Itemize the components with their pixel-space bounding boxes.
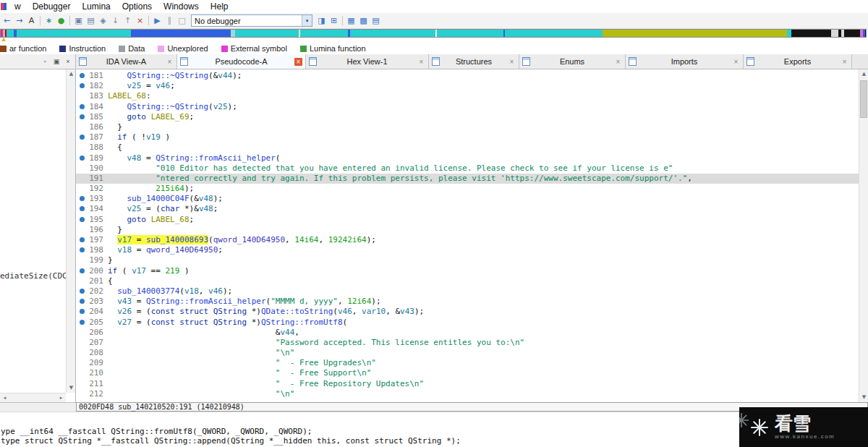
tab-close-icon[interactable]: × <box>166 58 174 66</box>
code-token: 215i64 <box>156 184 184 193</box>
panel-restore-icon[interactable]: ▫ <box>40 56 50 67</box>
code-line-189[interactable]: 189 v48 = QString::fromAscii_helper( <box>76 153 868 163</box>
windows-list-icon[interactable]: ▣ <box>72 15 85 27</box>
tab-structures[interactable]: Structures× <box>429 54 519 69</box>
code-line-188[interactable]: 188 { <box>76 142 868 153</box>
cancel-icon[interactable]: × <box>134 15 146 27</box>
code-line-195[interactable]: 195 goto LABEL_68; <box>76 215 868 225</box>
code-line-191[interactable]: 191 "ntered correctly and try again. If … <box>76 174 868 184</box>
scroll-down-icon[interactable]: ▼ <box>67 383 76 393</box>
panel-maximize-icon[interactable]: ▣ <box>51 56 61 67</box>
tab-enums[interactable]: Enums× <box>519 54 626 69</box>
code-line-200[interactable]: 200if ( v17 == 219 ) <box>76 266 868 276</box>
text-view-icon[interactable]: A <box>25 15 38 27</box>
toolbar-items: ←→A∗●▣▤◈↓↑×▶∥□No debugger▾◨⊞▦▩▤ <box>1 14 382 27</box>
scroll-left-icon[interactable]: ◂ <box>0 393 9 402</box>
scroll-right-icon[interactable]: ▸ <box>56 393 66 402</box>
output-window[interactable]: ype __int64 __fastcall QString::fromUtf8… <box>0 412 868 447</box>
left-panel-item[interactable]: ediateSize(CDC * <box>0 271 76 281</box>
stop-process-icon[interactable]: □ <box>176 15 188 27</box>
pause-process-icon[interactable]: ∥ <box>163 15 176 27</box>
code-line-181[interactable]: 181 QString::~QString(&v44); <box>76 71 868 81</box>
code-line-211[interactable]: 211 " - Free Repository Updates\n" <box>76 379 868 389</box>
code-line-192[interactable]: 192 215i64); <box>76 184 868 194</box>
menu-item-w[interactable]: w <box>9 1 27 12</box>
patch-icon[interactable]: ∗ <box>43 15 55 27</box>
tab-exports[interactable]: Exports× <box>744 54 852 69</box>
pseudocode-view[interactable]: 181 QString::~QString(&v44);182 v25 = v4… <box>76 69 868 402</box>
record-icon[interactable]: ● <box>55 15 67 27</box>
breakpoints-icon[interactable]: ▦ <box>345 15 357 27</box>
start-process-icon[interactable]: ▶ <box>151 15 163 27</box>
left-panel-hscrollbar[interactable]: ◂ ▸ <box>0 393 66 402</box>
tab-close-icon[interactable]: × <box>417 58 425 66</box>
tab-pseudocode-a[interactable]: Pseudocode-A× <box>177 54 306 69</box>
tab-close-icon[interactable]: × <box>614 58 622 66</box>
code-line-208[interactable]: 208 "\n" <box>76 348 868 358</box>
code-line-193[interactable]: 193 sub_14000C04F(&v48); <box>76 194 868 204</box>
code-line-207[interactable]: 207 "Password accepted. This license ent… <box>76 338 868 348</box>
navigation-band[interactable] <box>0 29 867 38</box>
scrollbar-thumb[interactable] <box>860 80 867 118</box>
step-over-icon[interactable]: ⊞ <box>328 15 340 27</box>
line-number: 181 <box>76 71 108 81</box>
legend-label: Unexplored <box>167 44 208 53</box>
panel-close-icon[interactable]: × <box>63 56 73 67</box>
code-line-199[interactable]: 199} <box>76 255 868 265</box>
jump-down-icon[interactable]: ↓ <box>109 15 122 27</box>
legend-item-ar-function: ar function <box>0 44 46 53</box>
menu-item-lumina[interactable]: Lumina <box>76 1 116 12</box>
scroll-down-icon[interactable]: ▼ <box>859 393 868 402</box>
step-into-icon[interactable]: ◨ <box>315 15 328 27</box>
code-line-197[interactable]: 197 v17 = sub_140008693(qword_140D64950,… <box>76 235 868 245</box>
left-panel-vscrollbar[interactable]: ▲ ▼ <box>66 69 75 393</box>
code-line-196[interactable]: 196 } <box>76 225 868 235</box>
code-line-201[interactable]: 201{ <box>76 276 868 286</box>
tab-imports[interactable]: Imports× <box>626 54 744 69</box>
jump-up-icon[interactable]: ↑ <box>122 15 134 27</box>
names-icon[interactable]: ◈ <box>97 15 109 27</box>
segments-icon[interactable]: ▤ <box>85 15 97 27</box>
code-line-204[interactable]: 204 v26 = (const struct QString *)QDate:… <box>76 307 868 317</box>
code-line-212[interactable]: 212 "\n" <box>76 389 868 399</box>
code-line-182[interactable]: 182 v25 = v46; <box>76 81 868 91</box>
code-line-203[interactable]: 203 v43 = QString::fromAscii_helper("MMM… <box>76 297 868 307</box>
chevron-down-icon[interactable]: ▾ <box>302 15 312 26</box>
code-line-194[interactable]: 194 v25 = (char *)&v48; <box>76 204 868 214</box>
tab-close-icon[interactable]: × <box>508 58 516 66</box>
tab-hex-view-1[interactable]: Hex View-1× <box>306 54 429 69</box>
code-line-190[interactable]: 190 "010 Editor has detected that you ha… <box>76 163 868 174</box>
code-line-183[interactable]: 183LABEL_68: <box>76 91 868 101</box>
code-line-210[interactable]: 210 " - Free Support\n" <box>76 368 868 378</box>
jump-forward-icon[interactable]: → <box>13 15 25 27</box>
debugger-select[interactable]: No debugger▾ <box>191 14 312 27</box>
scroll-up-icon[interactable]: ▲ <box>859 69 868 79</box>
jump-back-icon[interactable]: ← <box>1 15 13 27</box>
code-line-206[interactable]: 206 &v44, <box>76 328 868 338</box>
code-token: ( <box>333 307 338 316</box>
code-line-187[interactable]: 187 if ( !v19 ) <box>76 132 868 142</box>
menu-item-windows[interactable]: Windows <box>158 1 205 12</box>
call-stack-icon[interactable]: ▤ <box>370 15 382 27</box>
tab-close-icon[interactable]: × <box>294 58 302 66</box>
scroll-up-icon[interactable]: ▲ <box>67 69 76 79</box>
code-line-202[interactable]: 202 sub_140003774(v18, v46); <box>76 286 868 297</box>
tab-close-icon[interactable]: × <box>841 58 848 66</box>
address-dot <box>80 289 85 294</box>
tab-close-icon[interactable]: × <box>732 58 740 66</box>
code-token: "\n" <box>276 389 295 399</box>
code-vscrollbar[interactable]: ▲ ▼ <box>859 69 868 402</box>
legend-label: Lumina function <box>310 44 366 53</box>
menu-item-options[interactable]: Options <box>116 1 158 12</box>
trace-window-icon[interactable]: ▩ <box>357 15 370 27</box>
code-line-185[interactable]: 185 goto LABEL_69; <box>76 112 868 122</box>
code-line-205[interactable]: 205 v27 = (const struct QString *)QStrin… <box>76 318 868 328</box>
menu-item-help[interactable]: Help <box>205 1 234 12</box>
code-line-186[interactable]: 186 } <box>76 122 868 132</box>
tab-ida-view-a[interactable]: IDA View-A× <box>76 54 177 69</box>
code-line-209[interactable]: 209 " - Free Upgrades\n" <box>76 358 868 368</box>
menu-item-debugger[interactable]: Debugger <box>27 1 77 12</box>
code-line-184[interactable]: 184 QString::~QString(v25); <box>76 102 868 112</box>
code-line-198[interactable]: 198 v18 = qword_140D64950; <box>76 245 868 255</box>
navband-segment <box>603 30 787 37</box>
